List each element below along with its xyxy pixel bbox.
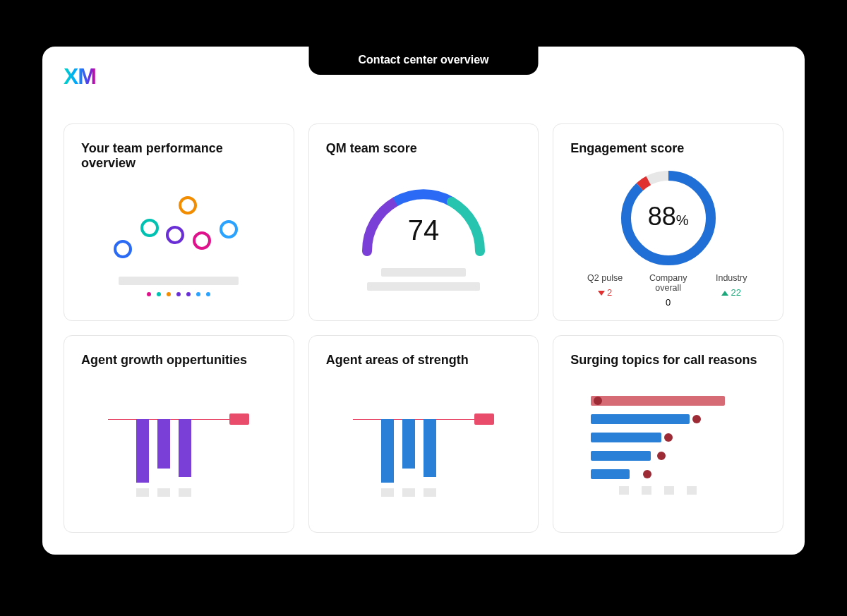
triangle-up-icon [721,291,728,296]
card-title: Agent growth oppertunities [81,353,277,368]
card-surging-topics[interactable]: Surging topics for call reasons [553,335,783,533]
pager-dot[interactable] [186,292,191,296]
surge-marker [643,470,651,478]
surge-bar [591,414,690,424]
bar [136,419,149,483]
baseline-cap [474,413,494,425]
surge-bar [591,451,651,461]
placeholder-bar [119,277,239,285]
bar [157,419,170,469]
bar [424,419,436,477]
surge-marker [657,452,666,460]
placeholder-bar [381,268,466,277]
pager-dot[interactable] [157,292,161,296]
engagement-value: 88% [615,202,721,231]
team-bubble [166,226,184,244]
surge-row [591,394,746,407]
stat-company-overall: Company overall 0 [637,273,700,308]
strength-chart [326,375,522,519]
engagement-body: 88% [570,163,766,273]
pager-dot[interactable] [167,292,171,296]
team-bubble [220,220,238,238]
surge-marker [594,397,602,405]
surge-bar [591,396,725,406]
card-title: QM team score [326,141,522,156]
surge-marker [692,415,701,423]
surge-row [591,413,746,425]
card-agent-growth[interactable]: Agent growth oppertunities [64,335,294,533]
triangle-down-icon [598,291,605,296]
team-bubble [114,240,132,258]
stat-q2-pulse: Q2 pulse 2 [573,273,637,308]
team-bubbles-chart [81,178,277,308]
team-bubble [140,219,159,237]
card-qm-score[interactable]: QM team score 74 [308,123,539,321]
card-grid: Your team performance overview [64,123,783,533]
page-title-tab: Contact center overview [309,47,539,75]
card-engagement[interactable]: Engagement score 88% Q2 pulse 2 [553,123,783,321]
pager-dot[interactable] [206,292,210,296]
legend-placeholders [136,488,191,497]
bar [179,419,191,477]
legend-placeholders [619,486,746,495]
surge-row [591,431,746,444]
qm-score-value: 74 [353,215,494,246]
surge-bar [591,469,630,479]
surge-marker [664,433,673,442]
qm-gauge: 74 [326,163,522,308]
surge-row [591,468,746,481]
card-agent-strength[interactable]: Agent areas of strength [308,335,539,533]
legend-placeholders [381,488,436,497]
card-title: Surging topics for call reasons [570,353,766,368]
app-frame: XM Contact center overview Your team per… [42,47,805,555]
baseline-cap [229,413,249,425]
team-bubble [193,231,211,250]
bar [402,419,415,469]
pager-dot[interactable] [176,292,181,296]
growth-chart [81,375,277,519]
surging-chart [570,375,766,519]
bar [381,419,394,483]
engagement-stats: Q2 pulse 2 Company overall 0 Industry 22 [570,273,766,308]
pager-dots [147,292,210,296]
pager-dot[interactable] [196,292,200,296]
stat-industry: Industry 22 [699,273,763,308]
card-team-performance[interactable]: Your team performance overview [64,123,294,321]
surge-row [591,449,746,462]
surge-bar [591,433,661,442]
pager-dot[interactable] [147,292,151,296]
team-bubble [179,196,197,215]
card-title: Engagement score [570,141,766,156]
card-title: Agent areas of strength [326,353,522,368]
placeholder-bar [367,282,480,291]
card-title: Your team performance overview [81,141,277,171]
logo: XM [64,64,96,90]
